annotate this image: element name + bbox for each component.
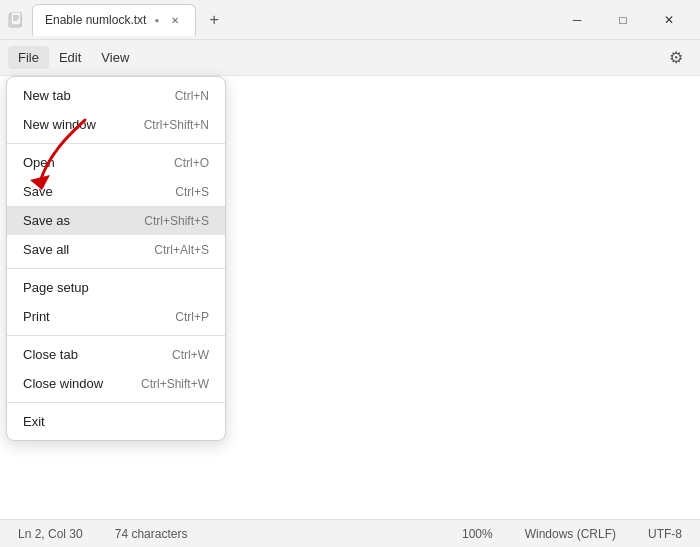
edit-menu[interactable]: Edit xyxy=(49,46,91,69)
separator-4 xyxy=(7,402,225,403)
menu-close-tab[interactable]: Close tab Ctrl+W xyxy=(7,340,225,369)
app-icon xyxy=(8,12,24,28)
minimize-button[interactable]: ─ xyxy=(554,4,600,36)
cursor-position[interactable]: Ln 2, Col 30 xyxy=(12,525,89,543)
menu-close-window[interactable]: Close window Ctrl+Shift+W xyxy=(7,369,225,398)
menu-page-setup[interactable]: Page setup xyxy=(7,273,225,302)
file-menu[interactable]: File xyxy=(8,46,49,69)
file-dropdown-menu: New tab Ctrl+N New window Ctrl+Shift+N O… xyxy=(6,76,226,441)
window-controls: ─ □ ✕ xyxy=(554,4,692,36)
status-bar: Ln 2, Col 30 74 characters 100% Windows … xyxy=(0,519,700,547)
menu-save-as[interactable]: Save as Ctrl+Shift+S xyxy=(7,206,225,235)
menu-exit[interactable]: Exit xyxy=(7,407,225,436)
line-ending[interactable]: Windows (CRLF) xyxy=(519,525,622,543)
menu-bar: File Edit View ⚙ xyxy=(0,40,700,76)
active-tab[interactable]: Enable numlock.txt ● ✕ xyxy=(32,4,196,36)
menu-new-tab[interactable]: New tab Ctrl+N xyxy=(7,81,225,110)
menu-new-window[interactable]: New window Ctrl+Shift+N xyxy=(7,110,225,139)
maximize-button[interactable]: □ xyxy=(600,4,646,36)
separator-3 xyxy=(7,335,225,336)
tab-unsaved-dot: ● xyxy=(154,16,159,25)
menu-save-all[interactable]: Save all Ctrl+Alt+S xyxy=(7,235,225,264)
tab-title: Enable numlock.txt xyxy=(45,13,146,27)
title-bar-left: Enable numlock.txt ● ✕ + xyxy=(8,4,554,36)
close-window-button[interactable]: ✕ xyxy=(646,4,692,36)
separator-1 xyxy=(7,143,225,144)
new-tab-button[interactable]: + xyxy=(200,6,228,34)
menu-open[interactable]: Open Ctrl+O xyxy=(7,148,225,177)
character-count[interactable]: 74 characters xyxy=(109,525,194,543)
menu-print[interactable]: Print Ctrl+P xyxy=(7,302,225,331)
encoding[interactable]: UTF-8 xyxy=(642,525,688,543)
settings-button[interactable]: ⚙ xyxy=(660,42,692,74)
settings-icon: ⚙ xyxy=(669,48,683,67)
tab-close-button[interactable]: ✕ xyxy=(167,12,183,28)
view-menu[interactable]: View xyxy=(91,46,139,69)
separator-2 xyxy=(7,268,225,269)
menu-save[interactable]: Save Ctrl+S xyxy=(7,177,225,206)
status-right: 100% Windows (CRLF) UTF-8 xyxy=(456,525,688,543)
zoom-level[interactable]: 100% xyxy=(456,525,499,543)
title-bar: Enable numlock.txt ● ✕ + ─ □ ✕ xyxy=(0,0,700,40)
